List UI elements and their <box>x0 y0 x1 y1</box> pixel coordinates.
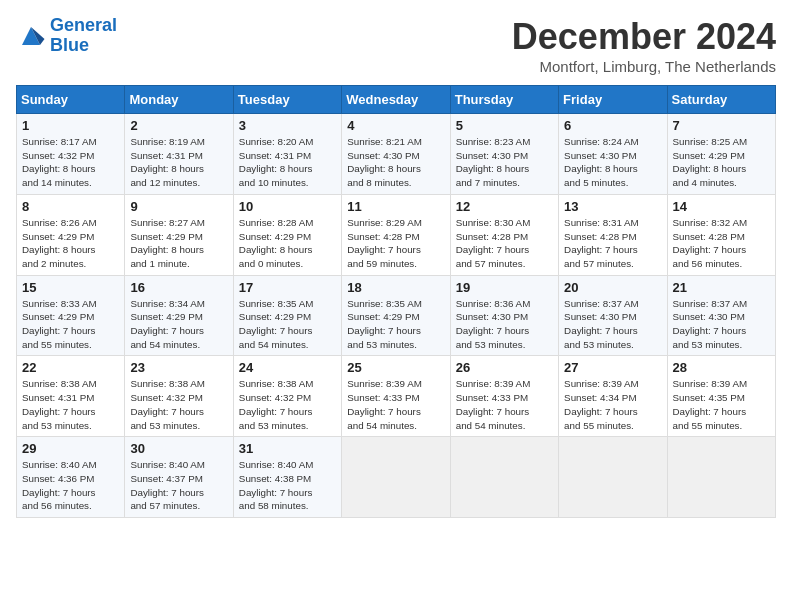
day-number: 6 <box>564 118 661 133</box>
day-info: Sunrise: 8:40 AMSunset: 4:37 PMDaylight:… <box>130 458 227 513</box>
calendar-day-cell: 19Sunrise: 8:36 AMSunset: 4:30 PMDayligh… <box>450 275 558 356</box>
day-number: 28 <box>673 360 770 375</box>
calendar-day-cell: 5Sunrise: 8:23 AMSunset: 4:30 PMDaylight… <box>450 114 558 195</box>
calendar-table: SundayMondayTuesdayWednesdayThursdayFrid… <box>16 85 776 518</box>
calendar-week-row: 29Sunrise: 8:40 AMSunset: 4:36 PMDayligh… <box>17 437 776 518</box>
day-number: 23 <box>130 360 227 375</box>
day-info: Sunrise: 8:30 AMSunset: 4:28 PMDaylight:… <box>456 216 553 271</box>
day-number: 22 <box>22 360 119 375</box>
calendar-day-cell: 22Sunrise: 8:38 AMSunset: 4:31 PMDayligh… <box>17 356 125 437</box>
calendar-day-cell: 25Sunrise: 8:39 AMSunset: 4:33 PMDayligh… <box>342 356 450 437</box>
calendar-day-cell: 11Sunrise: 8:29 AMSunset: 4:28 PMDayligh… <box>342 194 450 275</box>
day-info: Sunrise: 8:34 AMSunset: 4:29 PMDaylight:… <box>130 297 227 352</box>
calendar-day-cell: 4Sunrise: 8:21 AMSunset: 4:30 PMDaylight… <box>342 114 450 195</box>
day-number: 15 <box>22 280 119 295</box>
day-info: Sunrise: 8:23 AMSunset: 4:30 PMDaylight:… <box>456 135 553 190</box>
calendar-day-cell: 27Sunrise: 8:39 AMSunset: 4:34 PMDayligh… <box>559 356 667 437</box>
day-number: 9 <box>130 199 227 214</box>
weekday-header: Friday <box>559 86 667 114</box>
month-title: December 2024 <box>512 16 776 58</box>
calendar-day-cell <box>342 437 450 518</box>
calendar-day-cell: 28Sunrise: 8:39 AMSunset: 4:35 PMDayligh… <box>667 356 775 437</box>
calendar-day-cell: 3Sunrise: 8:20 AMSunset: 4:31 PMDaylight… <box>233 114 341 195</box>
calendar-day-cell: 15Sunrise: 8:33 AMSunset: 4:29 PMDayligh… <box>17 275 125 356</box>
day-number: 8 <box>22 199 119 214</box>
day-info: Sunrise: 8:26 AMSunset: 4:29 PMDaylight:… <box>22 216 119 271</box>
day-info: Sunrise: 8:17 AMSunset: 4:32 PMDaylight:… <box>22 135 119 190</box>
day-info: Sunrise: 8:38 AMSunset: 4:32 PMDaylight:… <box>130 377 227 432</box>
location: Montfort, Limburg, The Netherlands <box>512 58 776 75</box>
day-info: Sunrise: 8:40 AMSunset: 4:36 PMDaylight:… <box>22 458 119 513</box>
weekday-header: Wednesday <box>342 86 450 114</box>
day-info: Sunrise: 8:40 AMSunset: 4:38 PMDaylight:… <box>239 458 336 513</box>
day-number: 17 <box>239 280 336 295</box>
calendar-day-cell: 30Sunrise: 8:40 AMSunset: 4:37 PMDayligh… <box>125 437 233 518</box>
day-number: 2 <box>130 118 227 133</box>
day-info: Sunrise: 8:39 AMSunset: 4:35 PMDaylight:… <box>673 377 770 432</box>
day-info: Sunrise: 8:38 AMSunset: 4:32 PMDaylight:… <box>239 377 336 432</box>
day-info: Sunrise: 8:31 AMSunset: 4:28 PMDaylight:… <box>564 216 661 271</box>
day-info: Sunrise: 8:35 AMSunset: 4:29 PMDaylight:… <box>239 297 336 352</box>
day-number: 25 <box>347 360 444 375</box>
day-info: Sunrise: 8:39 AMSunset: 4:34 PMDaylight:… <box>564 377 661 432</box>
day-info: Sunrise: 8:38 AMSunset: 4:31 PMDaylight:… <box>22 377 119 432</box>
calendar-day-cell: 18Sunrise: 8:35 AMSunset: 4:29 PMDayligh… <box>342 275 450 356</box>
day-info: Sunrise: 8:21 AMSunset: 4:30 PMDaylight:… <box>347 135 444 190</box>
day-number: 3 <box>239 118 336 133</box>
day-info: Sunrise: 8:29 AMSunset: 4:28 PMDaylight:… <box>347 216 444 271</box>
day-number: 24 <box>239 360 336 375</box>
calendar-day-cell: 6Sunrise: 8:24 AMSunset: 4:30 PMDaylight… <box>559 114 667 195</box>
title-block: December 2024 Montfort, Limburg, The Net… <box>512 16 776 75</box>
day-info: Sunrise: 8:28 AMSunset: 4:29 PMDaylight:… <box>239 216 336 271</box>
day-number: 29 <box>22 441 119 456</box>
weekday-header: Monday <box>125 86 233 114</box>
logo-icon <box>16 24 46 48</box>
calendar-day-cell: 10Sunrise: 8:28 AMSunset: 4:29 PMDayligh… <box>233 194 341 275</box>
calendar-day-cell <box>667 437 775 518</box>
calendar-day-cell <box>450 437 558 518</box>
day-number: 10 <box>239 199 336 214</box>
calendar-day-cell: 20Sunrise: 8:37 AMSunset: 4:30 PMDayligh… <box>559 275 667 356</box>
logo-text: General Blue <box>50 16 117 56</box>
day-info: Sunrise: 8:35 AMSunset: 4:29 PMDaylight:… <box>347 297 444 352</box>
day-number: 18 <box>347 280 444 295</box>
day-number: 27 <box>564 360 661 375</box>
calendar-week-row: 1Sunrise: 8:17 AMSunset: 4:32 PMDaylight… <box>17 114 776 195</box>
calendar-day-cell: 13Sunrise: 8:31 AMSunset: 4:28 PMDayligh… <box>559 194 667 275</box>
calendar-week-row: 22Sunrise: 8:38 AMSunset: 4:31 PMDayligh… <box>17 356 776 437</box>
day-number: 16 <box>130 280 227 295</box>
day-number: 20 <box>564 280 661 295</box>
day-info: Sunrise: 8:32 AMSunset: 4:28 PMDaylight:… <box>673 216 770 271</box>
weekday-header-row: SundayMondayTuesdayWednesdayThursdayFrid… <box>17 86 776 114</box>
day-info: Sunrise: 8:24 AMSunset: 4:30 PMDaylight:… <box>564 135 661 190</box>
day-info: Sunrise: 8:37 AMSunset: 4:30 PMDaylight:… <box>564 297 661 352</box>
day-info: Sunrise: 8:37 AMSunset: 4:30 PMDaylight:… <box>673 297 770 352</box>
calendar-week-row: 8Sunrise: 8:26 AMSunset: 4:29 PMDaylight… <box>17 194 776 275</box>
day-number: 4 <box>347 118 444 133</box>
calendar-week-row: 15Sunrise: 8:33 AMSunset: 4:29 PMDayligh… <box>17 275 776 356</box>
day-number: 11 <box>347 199 444 214</box>
weekday-header: Thursday <box>450 86 558 114</box>
day-number: 21 <box>673 280 770 295</box>
day-number: 1 <box>22 118 119 133</box>
calendar-day-cell: 9Sunrise: 8:27 AMSunset: 4:29 PMDaylight… <box>125 194 233 275</box>
day-info: Sunrise: 8:19 AMSunset: 4:31 PMDaylight:… <box>130 135 227 190</box>
weekday-header: Sunday <box>17 86 125 114</box>
day-number: 30 <box>130 441 227 456</box>
day-info: Sunrise: 8:39 AMSunset: 4:33 PMDaylight:… <box>347 377 444 432</box>
day-number: 19 <box>456 280 553 295</box>
calendar-day-cell: 29Sunrise: 8:40 AMSunset: 4:36 PMDayligh… <box>17 437 125 518</box>
day-number: 12 <box>456 199 553 214</box>
day-info: Sunrise: 8:27 AMSunset: 4:29 PMDaylight:… <box>130 216 227 271</box>
calendar-day-cell: 1Sunrise: 8:17 AMSunset: 4:32 PMDaylight… <box>17 114 125 195</box>
day-info: Sunrise: 8:25 AMSunset: 4:29 PMDaylight:… <box>673 135 770 190</box>
day-number: 31 <box>239 441 336 456</box>
day-info: Sunrise: 8:33 AMSunset: 4:29 PMDaylight:… <box>22 297 119 352</box>
day-number: 7 <box>673 118 770 133</box>
calendar-day-cell: 16Sunrise: 8:34 AMSunset: 4:29 PMDayligh… <box>125 275 233 356</box>
weekday-header: Saturday <box>667 86 775 114</box>
calendar-day-cell: 23Sunrise: 8:38 AMSunset: 4:32 PMDayligh… <box>125 356 233 437</box>
calendar-day-cell <box>559 437 667 518</box>
calendar-day-cell: 8Sunrise: 8:26 AMSunset: 4:29 PMDaylight… <box>17 194 125 275</box>
page-header: General Blue December 2024 Montfort, Lim… <box>16 16 776 75</box>
